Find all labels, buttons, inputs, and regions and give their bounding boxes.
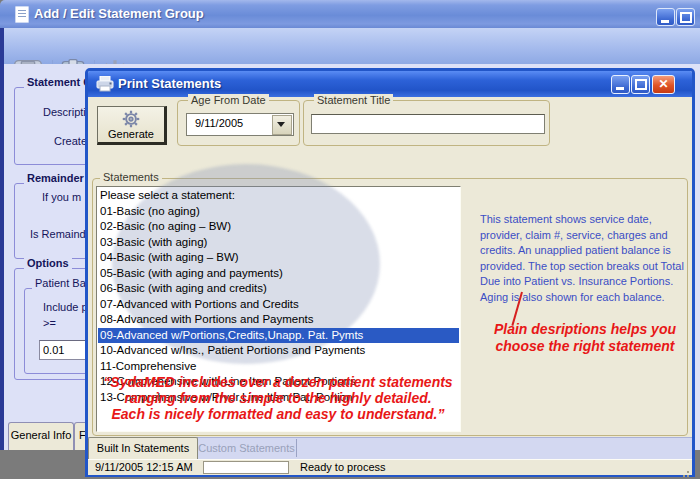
statement-title-label: Statement Title — [314, 94, 393, 106]
options-label: Options — [24, 257, 72, 269]
statement-list-item[interactable]: 02-Basic (no aging – BW) — [98, 219, 459, 235]
statement-list-item[interactable]: 01-Basic (no aging) — [98, 204, 459, 220]
statement-list-item[interactable]: 06-Basic (with aging and credits) — [98, 281, 459, 297]
age-from-date-label: Age From Date — [188, 94, 269, 106]
document-icon — [15, 6, 29, 23]
status-bar: 9/11/2005 12:15 AM Ready to process — [88, 459, 692, 475]
statement-title-input[interactable] — [311, 114, 545, 134]
generate-button-label: Generate — [98, 128, 164, 140]
statements-label: Statements — [100, 171, 162, 183]
background-window-toolbar — [0, 28, 700, 64]
annotation-text: Plain desriptions helps you choose the r… — [478, 321, 692, 355]
gte-label: >= — [40, 317, 59, 329]
statement-list-item[interactable]: 08-Advanced with Portions and Payments — [98, 312, 459, 328]
tab-custom-statements[interactable]: Custom Statements — [198, 437, 295, 459]
print-statements-dialog: Print Statements ✕ — [85, 68, 695, 477]
statement-title-group: Statement Title — [303, 100, 550, 146]
background-window-titlebar: Add / Edit Statement Group — [0, 0, 700, 28]
include-label: Include p — [40, 301, 91, 313]
dialog-minimize-button[interactable] — [611, 75, 630, 94]
age-from-date-combobox[interactable]: 9/11/2005 — [186, 113, 294, 136]
status-timestamp: 9/11/2005 12:15 AM — [95, 461, 193, 473]
age-from-date-value: 9/11/2005 — [195, 117, 243, 129]
quote-line: ranging from the simple to the highly de… — [100, 390, 456, 406]
remainder-label: Remainder — [24, 172, 87, 184]
dialog-body: Generate Age From Date 9/11/2005 Stateme… — [88, 97, 692, 474]
progress-box — [203, 461, 289, 474]
tab-built-in-statements[interactable]: Built In Statements — [88, 437, 198, 459]
statement-list-item[interactable]: Please select a statement: — [98, 188, 459, 204]
statement-list-item[interactable]: 07-Advanced with Portions and Credits — [98, 297, 459, 313]
statement-list-item[interactable]: 04-Basic (with aging – BW) — [98, 250, 459, 266]
combobox-dropdown-button[interactable] — [272, 115, 292, 135]
status-message: Ready to process — [300, 461, 386, 473]
dialog-close-button[interactable]: ✕ — [652, 75, 675, 94]
maximize-button[interactable] — [676, 8, 695, 26]
statement-list-item[interactable]: 11-Comprehensive — [98, 359, 459, 375]
background-window-left-border — [0, 28, 4, 450]
statement-group-box — [14, 87, 94, 165]
quote-line: “SydaMED includes over a dozen patient s… — [100, 374, 456, 390]
printer-icon — [96, 76, 114, 92]
tab-separator — [296, 439, 297, 457]
dialog-title: Print Statements — [118, 76, 221, 91]
minimize-button[interactable] — [656, 8, 675, 26]
chevron-down-icon — [277, 122, 285, 127]
annotation-line: Plain desriptions helps you — [478, 321, 692, 338]
generate-button[interactable]: Generate — [97, 106, 167, 145]
age-from-date-group: Age From Date 9/11/2005 — [177, 100, 300, 146]
screen: Add / Edit Statement Group — [0, 0, 700, 479]
if-you-label: If you m — [39, 191, 84, 203]
gear-icon — [122, 110, 140, 128]
dialog-maximize-button[interactable] — [631, 75, 650, 94]
marketing-quote: “SydaMED includes over a dozen patient s… — [100, 374, 456, 422]
background-window-title: Add / Edit Statement Group — [34, 6, 204, 21]
resize-grip[interactable] — [687, 471, 689, 473]
statement-list-item[interactable]: 09-Advanced w/Portions,Credits,Unapp. Pa… — [98, 328, 459, 344]
annotation-line: choose the right statement — [478, 338, 692, 355]
statement-description: This statement shows service date, provi… — [480, 212, 690, 305]
quote-line: Each is nicely formatted and easy to und… — [100, 406, 456, 422]
statement-list-item[interactable]: 10-Advanced w/Ins., Patient Portions and… — [98, 343, 459, 359]
tab-general-info[interactable]: General Info — [8, 422, 74, 450]
statement-list-item[interactable]: 05-Basic (with aging and payments) — [98, 266, 459, 282]
statement-list-item[interactable]: 03-Basic (with aging) — [98, 235, 459, 251]
